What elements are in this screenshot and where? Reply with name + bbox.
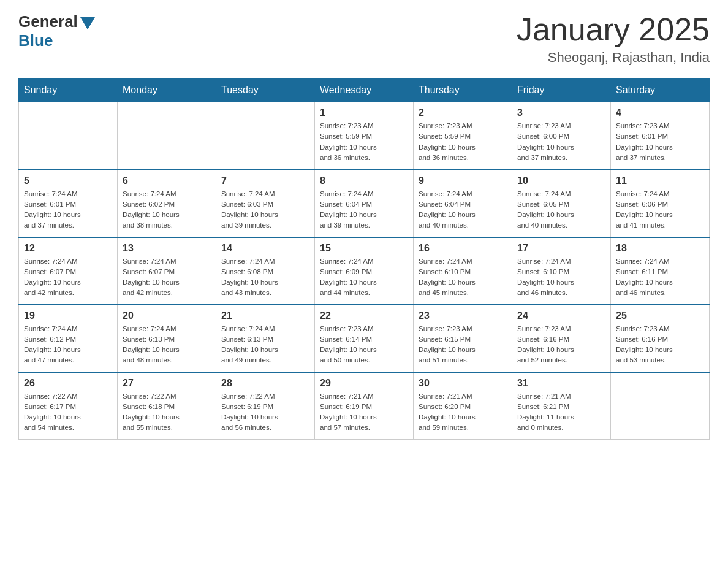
day-info: Sunrise: 7:24 AM Sunset: 6:05 PM Dayligh… xyxy=(517,189,605,231)
calendar-cell: 1Sunrise: 7:23 AM Sunset: 5:59 PM Daylig… xyxy=(315,102,414,170)
day-number: 25 xyxy=(616,310,704,321)
day-number: 22 xyxy=(320,310,408,321)
day-number: 2 xyxy=(419,107,507,118)
subtitle: Sheoganj, Rajasthan, India xyxy=(517,50,710,66)
day-info: Sunrise: 7:23 AM Sunset: 6:14 PM Dayligh… xyxy=(320,324,408,366)
day-info: Sunrise: 7:24 AM Sunset: 6:11 PM Dayligh… xyxy=(616,256,704,299)
day-info: Sunrise: 7:23 AM Sunset: 6:16 PM Dayligh… xyxy=(517,324,605,366)
column-header-monday: Monday xyxy=(118,79,216,102)
calendar-cell: 6Sunrise: 7:24 AM Sunset: 6:02 PM Daylig… xyxy=(118,170,216,237)
day-info: Sunrise: 7:24 AM Sunset: 6:04 PM Dayligh… xyxy=(419,189,507,231)
calendar-cell: 29Sunrise: 7:21 AM Sunset: 6:19 PM Dayli… xyxy=(315,372,414,440)
day-number: 26 xyxy=(24,378,112,389)
column-header-saturday: Saturday xyxy=(611,79,710,102)
calendar-week-row: 19Sunrise: 7:24 AM Sunset: 6:12 PM Dayli… xyxy=(19,305,710,372)
day-number: 20 xyxy=(123,310,211,321)
title-section: January 2025 Sheoganj, Rajasthan, India xyxy=(517,12,710,66)
calendar-cell: 17Sunrise: 7:24 AM Sunset: 6:10 PM Dayli… xyxy=(512,237,611,305)
calendar-cell: 14Sunrise: 7:24 AM Sunset: 6:08 PM Dayli… xyxy=(216,237,315,305)
day-number: 1 xyxy=(320,107,408,118)
day-number: 6 xyxy=(123,175,211,186)
day-info: Sunrise: 7:24 AM Sunset: 6:01 PM Dayligh… xyxy=(24,189,112,231)
day-number: 18 xyxy=(616,243,704,254)
day-info: Sunrise: 7:24 AM Sunset: 6:13 PM Dayligh… xyxy=(221,324,309,366)
calendar-cell xyxy=(19,102,118,170)
day-info: Sunrise: 7:23 AM Sunset: 6:00 PM Dayligh… xyxy=(517,121,605,163)
calendar-cell: 16Sunrise: 7:24 AM Sunset: 6:10 PM Dayli… xyxy=(414,237,512,305)
day-info: Sunrise: 7:24 AM Sunset: 6:10 PM Dayligh… xyxy=(419,256,507,299)
day-info: Sunrise: 7:23 AM Sunset: 5:59 PM Dayligh… xyxy=(320,121,408,163)
day-number: 17 xyxy=(517,243,605,254)
calendar-cell: 15Sunrise: 7:24 AM Sunset: 6:09 PM Dayli… xyxy=(315,237,414,305)
day-number: 12 xyxy=(24,243,112,254)
day-number: 29 xyxy=(320,378,408,389)
day-number: 31 xyxy=(517,378,605,389)
calendar-week-row: 5Sunrise: 7:24 AM Sunset: 6:01 PM Daylig… xyxy=(19,170,710,237)
calendar-header-row: SundayMondayTuesdayWednesdayThursdayFrid… xyxy=(19,79,710,102)
calendar-cell: 24Sunrise: 7:23 AM Sunset: 6:16 PM Dayli… xyxy=(512,305,611,372)
day-number: 3 xyxy=(517,107,605,118)
day-number: 27 xyxy=(123,378,211,389)
day-info: Sunrise: 7:23 AM Sunset: 6:15 PM Dayligh… xyxy=(419,324,507,366)
calendar-cell: 26Sunrise: 7:22 AM Sunset: 6:17 PM Dayli… xyxy=(19,372,118,440)
calendar-table: SundayMondayTuesdayWednesdayThursdayFrid… xyxy=(18,78,710,440)
day-number: 7 xyxy=(221,175,309,186)
calendar-cell: 9Sunrise: 7:24 AM Sunset: 6:04 PM Daylig… xyxy=(414,170,512,237)
day-info: Sunrise: 7:24 AM Sunset: 6:13 PM Dayligh… xyxy=(123,324,211,366)
calendar-cell: 18Sunrise: 7:24 AM Sunset: 6:11 PM Dayli… xyxy=(611,237,710,305)
calendar-cell: 3Sunrise: 7:23 AM Sunset: 6:00 PM Daylig… xyxy=(512,102,611,170)
column-header-sunday: Sunday xyxy=(19,79,118,102)
calendar-cell: 8Sunrise: 7:24 AM Sunset: 6:04 PM Daylig… xyxy=(315,170,414,237)
column-header-tuesday: Tuesday xyxy=(216,79,315,102)
day-number: 23 xyxy=(419,310,507,321)
calendar-cell xyxy=(216,102,315,170)
day-info: Sunrise: 7:24 AM Sunset: 6:08 PM Dayligh… xyxy=(221,256,309,299)
calendar-cell: 21Sunrise: 7:24 AM Sunset: 6:13 PM Dayli… xyxy=(216,305,315,372)
day-info: Sunrise: 7:24 AM Sunset: 6:02 PM Dayligh… xyxy=(123,189,211,231)
day-info: Sunrise: 7:24 AM Sunset: 6:07 PM Dayligh… xyxy=(123,256,211,299)
day-info: Sunrise: 7:24 AM Sunset: 6:12 PM Dayligh… xyxy=(24,324,112,366)
calendar-cell xyxy=(611,372,710,440)
logo-triangle-icon xyxy=(80,17,95,29)
day-number: 9 xyxy=(419,175,507,186)
calendar-cell: 7Sunrise: 7:24 AM Sunset: 6:03 PM Daylig… xyxy=(216,170,315,237)
day-number: 30 xyxy=(419,378,507,389)
calendar-cell: 10Sunrise: 7:24 AM Sunset: 6:05 PM Dayli… xyxy=(512,170,611,237)
calendar-cell: 11Sunrise: 7:24 AM Sunset: 6:06 PM Dayli… xyxy=(611,170,710,237)
calendar-cell: 23Sunrise: 7:23 AM Sunset: 6:15 PM Dayli… xyxy=(414,305,512,372)
column-header-friday: Friday xyxy=(512,79,611,102)
day-info: Sunrise: 7:24 AM Sunset: 6:07 PM Dayligh… xyxy=(24,256,112,299)
day-number: 11 xyxy=(616,175,704,186)
day-info: Sunrise: 7:22 AM Sunset: 6:17 PM Dayligh… xyxy=(24,391,112,434)
day-info: Sunrise: 7:23 AM Sunset: 5:59 PM Dayligh… xyxy=(419,121,507,163)
calendar-cell: 22Sunrise: 7:23 AM Sunset: 6:14 PM Dayli… xyxy=(315,305,414,372)
day-number: 4 xyxy=(616,107,704,118)
main-title: January 2025 xyxy=(517,12,710,47)
day-info: Sunrise: 7:22 AM Sunset: 6:19 PM Dayligh… xyxy=(221,391,309,434)
day-number: 10 xyxy=(517,175,605,186)
calendar-cell: 20Sunrise: 7:24 AM Sunset: 6:13 PM Dayli… xyxy=(118,305,216,372)
calendar-cell: 19Sunrise: 7:24 AM Sunset: 6:12 PM Dayli… xyxy=(19,305,118,372)
column-header-thursday: Thursday xyxy=(414,79,512,102)
calendar-cell: 12Sunrise: 7:24 AM Sunset: 6:07 PM Dayli… xyxy=(19,237,118,305)
day-number: 28 xyxy=(221,378,309,389)
day-info: Sunrise: 7:21 AM Sunset: 6:19 PM Dayligh… xyxy=(320,391,408,434)
day-info: Sunrise: 7:24 AM Sunset: 6:06 PM Dayligh… xyxy=(616,189,704,231)
day-info: Sunrise: 7:23 AM Sunset: 6:01 PM Dayligh… xyxy=(616,121,704,163)
day-number: 19 xyxy=(24,310,112,321)
day-number: 15 xyxy=(320,243,408,254)
calendar-week-row: 1Sunrise: 7:23 AM Sunset: 5:59 PM Daylig… xyxy=(19,102,710,170)
calendar-cell: 13Sunrise: 7:24 AM Sunset: 6:07 PM Dayli… xyxy=(118,237,216,305)
calendar-cell: 5Sunrise: 7:24 AM Sunset: 6:01 PM Daylig… xyxy=(19,170,118,237)
logo: General Blue xyxy=(18,12,95,50)
calendar-cell: 30Sunrise: 7:21 AM Sunset: 6:20 PM Dayli… xyxy=(414,372,512,440)
day-info: Sunrise: 7:23 AM Sunset: 6:16 PM Dayligh… xyxy=(616,324,704,366)
day-info: Sunrise: 7:24 AM Sunset: 6:10 PM Dayligh… xyxy=(517,256,605,299)
logo-blue-text: Blue xyxy=(18,31,53,50)
calendar-cell: 25Sunrise: 7:23 AM Sunset: 6:16 PM Dayli… xyxy=(611,305,710,372)
day-number: 8 xyxy=(320,175,408,186)
day-number: 5 xyxy=(24,175,112,186)
day-number: 13 xyxy=(123,243,211,254)
day-info: Sunrise: 7:21 AM Sunset: 6:20 PM Dayligh… xyxy=(419,391,507,434)
day-info: Sunrise: 7:24 AM Sunset: 6:03 PM Dayligh… xyxy=(221,189,309,231)
